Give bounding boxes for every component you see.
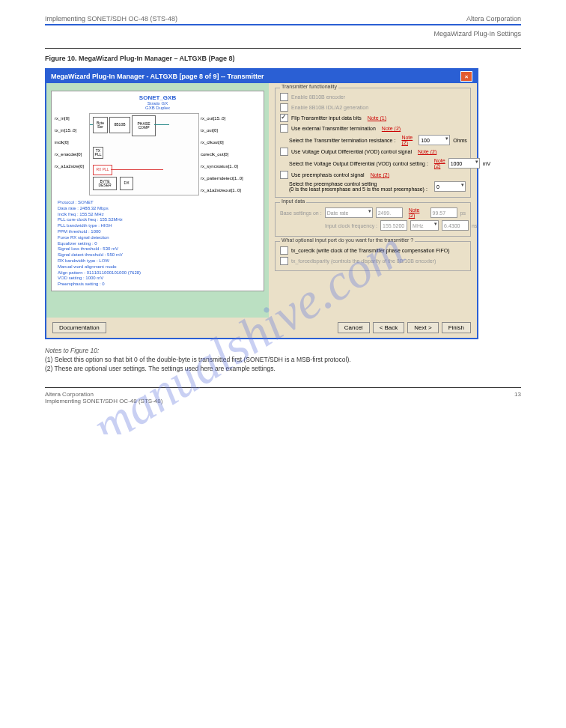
port-right-0: rx_out[15..0] [201, 116, 261, 121]
lbl-idle-az: Enable 8B10B IDL/A2 generation [291, 105, 368, 110]
page-header-right: Altera Corporation [466, 15, 521, 22]
note-2a: Note (2) [382, 126, 401, 131]
lbl-term-res: Select the Transmitter termination resis… [289, 138, 395, 143]
sel-base[interactable]: Date rate [325, 207, 373, 218]
page-header-left: Implementing SONET/SDH OC-48 (STS-48) [45, 15, 177, 22]
lbl-flip-bits: Flip Transmitter input data bits [291, 115, 362, 121]
notes-heading: Notes to Figure 10: [45, 347, 521, 356]
lbl-clock-freq: Input clock frequency : [325, 223, 377, 228]
port-right-4: rx_syncstatus[1..0] [201, 164, 261, 169]
titlebar: MegaWizard Plug-In Manager - ALTGXB [pag… [46, 70, 477, 83]
unit-ohms: Ohms [453, 138, 467, 143]
port-left-3: rx_enacdet[0] [55, 152, 88, 157]
txt-period[interactable]: 6.4300 [442, 220, 469, 231]
group-optional-ports: What optional input port do you want for… [275, 241, 471, 271]
footer-right: Altera Corporation [45, 391, 94, 398]
param-1: Data rate : 2488.32 Mbps [58, 206, 261, 212]
lbl-vod-setting: Select the Voltage Output Differential (… [289, 161, 428, 166]
note-2e: Note (2) [409, 207, 427, 218]
group-tx-functionality-label: Transmitter functionality [280, 84, 338, 89]
cb-txcoreclk[interactable] [280, 246, 288, 255]
port-right-2: rx_clkout[0] [201, 140, 261, 145]
sel-vod[interactable]: 1000 [448, 158, 480, 169]
page-number: 13 [514, 391, 521, 398]
next-button[interactable]: Next > [407, 322, 438, 333]
note-2d: Note (2) [371, 172, 389, 178]
wizard-dialog: MegaWizard Plug-In Manager - ALTGXB [pag… [45, 68, 478, 339]
notes-block: Notes to Figure 10: (1) Select this opti… [45, 347, 521, 374]
settings-pane: Transmitter functionality Enable 8B10B e… [273, 83, 477, 318]
page-subheader: MegaWizard Plug-In Settings [45, 30, 521, 37]
button-row: Documentation Cancel < Back Next > Finis… [46, 318, 477, 338]
cb-idle-az[interactable] [280, 103, 288, 112]
lbl-txforcedisp: tx_forcedisparity (controls the disparit… [291, 258, 436, 264]
footer-left: Implementing SONET/SDH OC-48 (STS-48) [45, 398, 521, 404]
group-optional-label: What optional input port do you want for… [280, 237, 415, 243]
lbl-txcoreclk: tx_coreclk (write clock of the Transmitt… [291, 248, 450, 253]
cb-flip-bits[interactable] [280, 114, 288, 122]
param-11: Manual word alignment mode [58, 264, 261, 270]
note-2a2: Note (2) [401, 135, 413, 145]
param-5: PPM threshold : 1000 [58, 229, 261, 235]
header-rule-black [45, 48, 521, 49]
txt-mbps[interactable]: 99.57 [430, 207, 457, 218]
txt-rate[interactable]: 2499. [376, 207, 403, 218]
port-right-1: tx_out[0] [201, 128, 261, 133]
param-6: Force RX signal detection [58, 235, 261, 241]
lbl-vod-signal: Use Voltage Output Differential (VOD) co… [291, 149, 412, 154]
param-4: PLL bandwidth type : HIGH [58, 223, 261, 229]
note-2b: Note (2) [418, 149, 436, 154]
txt-clock[interactable]: 155.5200 [380, 220, 407, 231]
param-8: Signal loss threshold : 530 mV [58, 246, 261, 252]
footer-rule [45, 387, 521, 388]
documentation-button[interactable]: Documentation [52, 322, 106, 333]
port-right-5: rx_patterndetect[1..0] [201, 176, 261, 181]
lbl-base: Base settings on : [280, 210, 322, 216]
preview-pane: SONET_GXB Stratix GX GXB Duplex rx_in[0]… [46, 83, 269, 318]
lbl-preemph-setting: Select the preemphase control setting (0… [289, 181, 427, 192]
note-1: Note (1) [368, 115, 386, 121]
cb-8b10b[interactable] [280, 93, 288, 101]
cb-txforcedisp[interactable] [280, 257, 288, 265]
preview-title: SONET_GXB [55, 94, 261, 101]
cancel-button[interactable]: Cancel [338, 322, 370, 333]
param-list: Protocol : SONET Data rate : 2488.32 Mbp… [55, 200, 261, 288]
sel-clock-unit[interactable]: MHz [410, 220, 439, 231]
sel-term-res[interactable]: 100 [419, 135, 450, 145]
param-10: RX bandwidth type : LOW [58, 258, 261, 264]
unit-ps: ps [460, 210, 466, 216]
param-0: Protocol : SONET [58, 200, 261, 206]
note-line-2: (2) These are optional user settings. Th… [45, 365, 521, 374]
block-diagram: rx_in[0] tx_in[15..0] inclk[0] rx_enacde… [55, 113, 261, 195]
lbl-ext-term: Use external Transmitter termination [291, 126, 376, 131]
port-left-2: inclk[0] [55, 140, 88, 145]
figure-caption: Figure 10. MegaWizard Plug-In Manager – … [45, 55, 521, 62]
group-input-data: Input data Base settings on : Date rate … [275, 202, 471, 237]
port-left-4: rx_a1a2size[0] [55, 164, 88, 169]
port-right-3: coreclk_out[0] [201, 152, 261, 157]
preview-sub2: GXB Duplex [55, 106, 261, 110]
note-line-1: (1) Select this option so that bit 0 of … [45, 356, 521, 365]
header-rule-blue [45, 24, 521, 25]
note-2c: Note (2) [434, 158, 445, 169]
group-input-data-label: Input data [280, 198, 306, 204]
param-12: Align pattern : 0111011000101000 (7628) [58, 270, 261, 276]
param-3: PLL core clock freq : 155.52MHz [58, 217, 261, 223]
cb-preemph-signal[interactable] [280, 171, 288, 179]
param-14: Preemphasis setting : 0 [58, 282, 261, 288]
unit-mv: mV [483, 161, 491, 166]
port-left-1: tx_in[15..0] [55, 128, 88, 133]
param-13: VOD setting : 1000 mV [58, 276, 261, 282]
dialog-title: MegaWizard Plug-In Manager - ALTGXB [pag… [51, 73, 264, 80]
group-tx-functionality: Transmitter functionality Enable 8B10B e… [275, 88, 471, 198]
sel-preemph[interactable]: 0 [434, 181, 466, 192]
close-icon[interactable]: × [460, 71, 472, 82]
cb-vod-signal[interactable] [280, 148, 288, 156]
back-button[interactable]: < Back [373, 322, 405, 333]
cb-ext-term[interactable] [280, 124, 288, 133]
param-2: Inclk freq : 155.52 MHz [58, 212, 261, 218]
port-left-0: rx_in[0] [55, 116, 88, 121]
finish-button[interactable]: Finish [442, 322, 471, 333]
lbl-preemph-signal: Use preemphasis control signal [291, 172, 365, 178]
param-7: Equalizer setting : 0 [58, 241, 261, 247]
